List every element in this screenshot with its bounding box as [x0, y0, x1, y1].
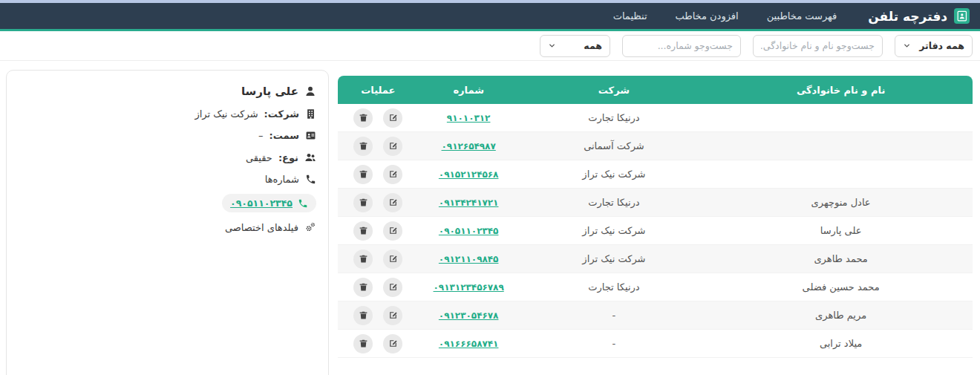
table-header-row: نام و نام خانوادگی شرکت شماره عملیات	[338, 76, 973, 104]
brand[interactable]: دفترچه تلفن	[868, 8, 970, 24]
edit-button[interactable]	[383, 278, 402, 297]
contact-name: محمد حسین فضلی	[709, 273, 973, 301]
phonebook-logo-icon	[954, 8, 970, 24]
phone-link[interactable]: ۰۹۱۳۱۲۳۴۵۶۷۸۹	[434, 282, 504, 293]
phone-link[interactable]: ۰۹۰۵۱۱۰۲۳۴۵	[439, 226, 499, 236]
books-filter-select[interactable]: همه دفاتر	[895, 35, 973, 57]
contact-name: عادل منوچهری	[709, 189, 973, 217]
detail-phone-pill-row: ۰۹۰۵۱۱۰۲۳۴۵	[7, 190, 328, 216]
trash-button[interactable]	[353, 193, 373, 212]
table-row[interactable]: علی پارسا شرکت نیک تراز ۰۹۰۵۱۱۰۲۳۴۵	[338, 217, 973, 245]
contact-company: شرکت نیک تراز	[519, 160, 710, 189]
contact-company: درنیکا تجارت	[519, 273, 710, 301]
trash-button[interactable]	[353, 250, 373, 269]
trash-button[interactable]	[353, 334, 373, 353]
company-value: شرکت نیک تراز	[195, 108, 258, 120]
contacts-table-body: درنیکا تجارت ۹۱۰۱۰۳۱۲ شرکت آسمانی ۰۹۱۲۶۵…	[338, 104, 973, 358]
gears-icon	[304, 221, 316, 233]
detail-phone-link[interactable]: ۰۹۰۵۱۱۰۲۳۴۵	[230, 198, 293, 209]
phone-number-pill[interactable]: ۰۹۰۵۱۱۰۲۳۴۵	[222, 194, 316, 212]
detail-custom-fields-row[interactable]: فیلدهای اختصاصی	[7, 216, 328, 238]
contact-name: علی پارسا	[709, 217, 973, 245]
table-row[interactable]: مریم طاهری - ۰۹۱۲۳۰۵۴۶۷۸	[338, 301, 973, 330]
detail-numbers-row: شماره‌ها	[7, 169, 328, 190]
phone-link[interactable]: ۰۹۱۵۲۱۲۴۵۶۸	[439, 169, 499, 180]
navbar: دفترچه تلفن فهرست مخاطبین افزودن مخاطب ت…	[0, 3, 980, 31]
phone-link[interactable]: ۰۹۱۶۶۶۵۸۷۴۱	[439, 339, 499, 349]
contact-name: میلاد ترابی	[709, 330, 973, 358]
table-row[interactable]: عادل منوچهری درنیکا تجارت ۰۹۱۳۴۲۴۱۷۲۱	[338, 189, 973, 217]
table-row[interactable]: میلاد ترابی - ۰۹۱۶۶۶۵۸۷۴۱	[338, 330, 973, 358]
table-row[interactable]: محمد حسین فضلی درنیکا تجارت ۰۹۱۳۱۲۳۴۵۶۷۸…	[338, 273, 973, 301]
nav-item-add-contact[interactable]: افزودن مخاطب	[676, 10, 739, 22]
main-content: علی پارسا شرکت: شرکت نیک تراز سمت: – نوع…	[0, 61, 980, 373]
user-icon	[304, 85, 316, 97]
edit-button[interactable]	[383, 334, 402, 353]
books-filter-value: همه دفاتر	[919, 40, 964, 51]
position-label: سمت:	[270, 130, 299, 141]
contact-name: مریم طاهری	[709, 301, 973, 330]
phone-icon	[305, 174, 316, 185]
type-filter-value: همه	[584, 40, 602, 51]
type-label: نوع:	[278, 152, 298, 163]
edit-button[interactable]	[383, 306, 402, 325]
nav-item-settings[interactable]: تنظیمات	[613, 10, 647, 22]
brand-title: دفترچه تلفن	[868, 9, 947, 24]
trash-button[interactable]	[353, 278, 373, 297]
phone-icon	[298, 198, 308, 209]
header-actions: عملیات	[338, 76, 419, 104]
id-card-icon	[305, 130, 316, 141]
search-name-input[interactable]	[753, 35, 883, 57]
detail-title-row: علی پارسا	[7, 79, 328, 103]
contact-detail-card: علی پارسا شرکت: شرکت نیک تراز سمت: – نوع…	[6, 70, 329, 375]
contact-name	[709, 160, 973, 189]
contact-company: درنیکا تجارت	[519, 189, 710, 217]
contact-name	[709, 132, 973, 160]
trash-button[interactable]	[353, 137, 373, 156]
header-company: شرکت	[519, 76, 710, 104]
phone-link[interactable]: ۰۹۱۲۳۰۵۴۶۷۸	[439, 310, 499, 321]
contacts-table: نام و نام خانوادگی شرکت شماره عملیات درن…	[338, 76, 973, 358]
phone-link[interactable]: ۰۹۱۲۶۵۴۹۸۷	[442, 141, 496, 151]
contact-name: محمد طاهری	[709, 245, 973, 273]
trash-button[interactable]	[353, 306, 373, 325]
contact-company: -	[519, 330, 710, 358]
contact-name	[709, 104, 973, 132]
edit-button[interactable]	[383, 137, 402, 156]
table-row[interactable]: محمد طاهری شرکت نیک تراز ۰۹۱۲۱۱۰۹۸۴۵	[338, 245, 973, 273]
type-filter-select[interactable]: همه	[540, 35, 610, 57]
detail-type-row: نوع: حقیقی	[7, 146, 328, 169]
table-row[interactable]: درنیکا تجارت ۹۱۰۱۰۳۱۲	[338, 104, 973, 132]
chevron-down-icon	[548, 42, 556, 50]
custom-fields-label: فیلدهای اختصاصی	[225, 222, 298, 233]
contact-company: درنیکا تجارت	[519, 104, 710, 132]
building-icon	[305, 108, 316, 120]
trash-button[interactable]	[353, 165, 373, 184]
edit-button[interactable]	[383, 108, 402, 128]
edit-button[interactable]	[383, 193, 402, 212]
position-value: –	[258, 130, 264, 141]
chevron-down-icon	[903, 42, 911, 50]
edit-button[interactable]	[383, 165, 402, 184]
phone-link[interactable]: ۹۱۰۱۰۳۱۲	[447, 113, 491, 123]
search-number-input[interactable]	[622, 35, 741, 57]
trash-button[interactable]	[353, 221, 373, 241]
edit-button[interactable]	[383, 221, 402, 241]
nav-item-contacts-list[interactable]: فهرست مخاطبین	[767, 10, 837, 22]
contact-company: شرکت نیک تراز	[519, 245, 710, 273]
search-toolbar: همه دفاتر همه	[0, 31, 980, 61]
detail-position-row: سمت: –	[7, 125, 328, 146]
contact-detail-name: علی پارسا	[241, 85, 298, 98]
trash-button[interactable]	[353, 108, 373, 128]
contact-company: شرکت آسمانی	[519, 132, 710, 160]
edit-button[interactable]	[383, 250, 402, 269]
users-icon	[304, 151, 316, 163]
company-label: شرکت:	[264, 108, 299, 120]
table-row[interactable]: شرکت نیک تراز ۰۹۱۵۲۱۲۴۵۶۸	[338, 160, 973, 189]
contact-company: شرکت نیک تراز	[519, 217, 710, 245]
phone-link[interactable]: ۰۹۱۳۴۲۴۱۷۲۱	[439, 198, 499, 208]
table-row[interactable]: شرکت آسمانی ۰۹۱۲۶۵۴۹۸۷	[338, 132, 973, 160]
main-nav: فهرست مخاطبین افزودن مخاطب تنظیمات	[613, 10, 837, 22]
phone-link[interactable]: ۰۹۱۲۱۱۰۹۸۴۵	[439, 254, 499, 264]
numbers-label: شماره‌ها	[265, 174, 299, 185]
